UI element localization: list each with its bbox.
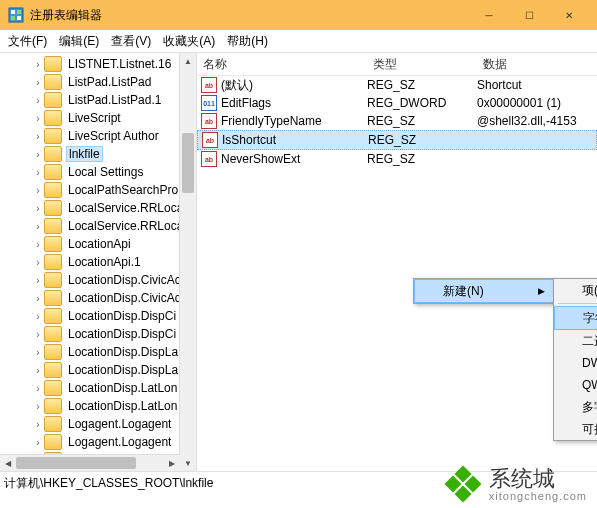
folder-icon	[44, 254, 62, 270]
string-value-icon: ab	[201, 77, 217, 93]
context-item[interactable]: QWORD (64 位)值(Q)	[554, 374, 597, 396]
maximize-button[interactable]: ☐	[509, 0, 549, 30]
tree-item[interactable]: ›LISTNET.Listnet.16	[6, 55, 196, 73]
tree-item[interactable]: ›LocalPathSearchPro	[6, 181, 196, 199]
folder-icon	[44, 362, 62, 378]
value-list[interactable]: 名称 类型 数据 ab(默认)REG_SZShortcut011EditFlag…	[197, 53, 597, 471]
expander-icon[interactable]: ›	[32, 293, 44, 304]
context-item[interactable]: 字符串值(S)	[554, 306, 597, 330]
header-type[interactable]: 类型	[373, 56, 483, 73]
tree-item[interactable]: ›ListPad.ListPad.1	[6, 91, 196, 109]
expander-icon[interactable]: ›	[32, 437, 44, 448]
tree-item[interactable]: ›LocationDisp.LatLon	[6, 379, 196, 397]
menu-file[interactable]: 文件(F)	[8, 33, 47, 50]
tree-item[interactable]: ›LocationDisp.DispCi	[6, 307, 196, 325]
string-value-icon: ab	[202, 132, 218, 148]
expander-icon[interactable]: ›	[32, 131, 44, 142]
folder-icon	[44, 164, 62, 180]
registry-tree[interactable]: ›LISTNET.Listnet.16›ListPad.ListPad›List…	[0, 53, 197, 471]
context-item[interactable]: DWORD (32 位)值(D)	[554, 352, 597, 374]
scroll-thumb[interactable]	[16, 457, 136, 469]
tree-item[interactable]: ›LocalService.RRLoca	[6, 217, 196, 235]
value-name: IsShortcut	[222, 133, 368, 147]
tree-item-label: LiveScript	[66, 111, 123, 125]
expander-icon[interactable]: ›	[32, 401, 44, 412]
list-row[interactable]: abFriendlyTypeNameREG_SZ@shell32.dll,-41…	[197, 112, 597, 130]
tree-item[interactable]: ›LiveScript	[6, 109, 196, 127]
submenu-arrow-icon: ▶	[538, 286, 545, 296]
menu-edit[interactable]: 编辑(E)	[59, 33, 99, 50]
scroll-down-icon[interactable]: ▼	[180, 455, 196, 471]
expander-icon[interactable]: ›	[32, 59, 44, 70]
tree-item[interactable]: ›Logagent.Logagent	[6, 415, 196, 433]
scroll-thumb[interactable]	[182, 133, 194, 193]
expander-icon[interactable]: ›	[32, 149, 44, 160]
window-controls: ─ ☐ ✕	[469, 0, 589, 30]
folder-icon	[44, 344, 62, 360]
tree-item[interactable]: ›Logagent.Logagent	[6, 433, 196, 451]
tree-item[interactable]: ›Local Settings	[6, 163, 196, 181]
expander-icon[interactable]: ›	[32, 77, 44, 88]
expander-icon[interactable]: ›	[32, 365, 44, 376]
minimize-button[interactable]: ─	[469, 0, 509, 30]
svg-rect-4	[17, 16, 21, 20]
folder-icon	[44, 200, 62, 216]
context-item[interactable]: 可扩充字符串值(E)	[554, 418, 597, 440]
close-button[interactable]: ✕	[549, 0, 589, 30]
folder-icon	[44, 182, 62, 198]
expander-icon[interactable]: ›	[32, 113, 44, 124]
scroll-up-icon[interactable]: ▲	[180, 53, 196, 69]
expander-icon[interactable]: ›	[32, 221, 44, 232]
expander-icon[interactable]: ›	[32, 203, 44, 214]
tree-item[interactable]: ›LocationDisp.LatLon	[6, 397, 196, 415]
tree-item[interactable]: ›LocationDisp.DispCi	[6, 325, 196, 343]
tree-item-label: Logagent.Logagent	[66, 417, 173, 431]
expander-icon[interactable]: ›	[32, 383, 44, 394]
tree-horizontal-scrollbar[interactable]: ◀ ▶	[0, 454, 180, 471]
expander-icon[interactable]: ›	[32, 347, 44, 358]
tree-item[interactable]: ›LocalService.RRLoca	[6, 199, 196, 217]
list-row[interactable]: 011EditFlagsREG_DWORD0x00000001 (1)	[197, 94, 597, 112]
tree-item[interactable]: ›LocationDisp.CivicAc	[6, 271, 196, 289]
tree-item[interactable]: ›LocationDisp.DispLa	[6, 361, 196, 379]
expander-icon[interactable]: ›	[32, 311, 44, 322]
tree-item[interactable]: ›ListPad.ListPad	[6, 73, 196, 91]
context-item-new[interactable]: 新建(N) ▶	[414, 279, 554, 303]
expander-icon[interactable]: ›	[32, 419, 44, 430]
scroll-right-icon[interactable]: ▶	[164, 455, 180, 471]
tree-item-label: LocalService.RRLoca	[66, 201, 185, 215]
header-name[interactable]: 名称	[197, 56, 373, 73]
expander-icon[interactable]: ›	[32, 257, 44, 268]
tree-vertical-scrollbar[interactable]: ▲ ▼	[179, 53, 196, 471]
tree-item-label: LocationApi	[66, 237, 133, 251]
tree-item[interactable]: ›LocationApi.1	[6, 253, 196, 271]
context-item[interactable]: 多字符串值(M)	[554, 396, 597, 418]
folder-icon	[44, 218, 62, 234]
expander-icon[interactable]: ›	[32, 275, 44, 286]
folder-icon	[44, 56, 62, 72]
list-row[interactable]: ab(默认)REG_SZShortcut	[197, 76, 597, 94]
tree-item[interactable]: ›LocationDisp.DispLa	[6, 343, 196, 361]
expander-icon[interactable]: ›	[32, 239, 44, 250]
tree-item[interactable]: ›lnkfile	[6, 145, 196, 163]
menu-help[interactable]: 帮助(H)	[227, 33, 268, 50]
header-data[interactable]: 数据	[483, 56, 597, 73]
context-item[interactable]: 二进制值(B)	[554, 330, 597, 352]
list-row[interactable]: abIsShortcutREG_SZ	[197, 130, 597, 150]
folder-icon	[44, 92, 62, 108]
tree-item[interactable]: ›LocationDisp.CivicAc	[6, 289, 196, 307]
tree-item[interactable]: ›LiveScript Author	[6, 127, 196, 145]
menu-view[interactable]: 查看(V)	[111, 33, 151, 50]
menu-favorites[interactable]: 收藏夹(A)	[163, 33, 215, 50]
tree-item[interactable]: ›LocationApi	[6, 235, 196, 253]
scroll-left-icon[interactable]: ◀	[0, 455, 16, 471]
expander-icon[interactable]: ›	[32, 95, 44, 106]
value-name: NeverShowExt	[221, 152, 367, 166]
folder-icon	[44, 236, 62, 252]
tree-item-label: LocationDisp.DispCi	[66, 309, 178, 323]
expander-icon[interactable]: ›	[32, 167, 44, 178]
expander-icon[interactable]: ›	[32, 329, 44, 340]
context-item[interactable]: 项(K)	[554, 279, 597, 301]
list-row[interactable]: abNeverShowExtREG_SZ	[197, 150, 597, 168]
expander-icon[interactable]: ›	[32, 185, 44, 196]
